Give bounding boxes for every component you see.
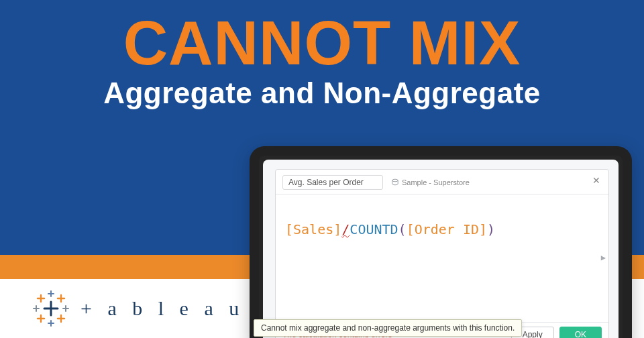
expand-caret-icon[interactable]: ▶: [601, 253, 606, 262]
tableau-logo: + a b l e a u: [32, 290, 244, 327]
formula-paren-close: ): [487, 221, 495, 237]
formula-operator-divide: /: [341, 221, 350, 237]
error-tooltip: Cannot mix aggregate and non-aggregate a…: [254, 319, 522, 337]
datasource-name: Sample - Superstore: [402, 178, 470, 186]
close-icon[interactable]: ✕: [591, 175, 602, 186]
headline-subtitle: Aggregate and Non-Aggregate: [0, 76, 644, 110]
calculation-name-input[interactable]: Avg. Sales per Order: [282, 175, 383, 190]
stage: CANNOT MIX Aggregate and Non-Aggregate A…: [0, 0, 644, 338]
tableau-wordmark: + a b l e a u: [80, 297, 244, 320]
formula-function-countd: COUNTD: [350, 221, 398, 237]
svg-point-0: [392, 179, 398, 182]
formula-field-orderid: [Order ID]: [407, 221, 487, 237]
formula-editor[interactable]: [Sales]/COUNTD([Order ID]) ▶: [276, 194, 608, 322]
calculation-editor-dialog: Avg. Sales per Order Sample - Superstore…: [275, 169, 609, 338]
tableau-mark-icon: [32, 290, 70, 327]
formula-paren-open: (: [398, 221, 407, 237]
datasource-chip[interactable]: Sample - Superstore: [390, 177, 471, 188]
headline-title: CANNOT MIX: [0, 12, 644, 74]
formula-field-sales: [Sales]: [285, 221, 341, 237]
laptop-screen: Avg. Sales per Order Sample - Superstore…: [263, 160, 619, 338]
ok-button[interactable]: OK: [559, 327, 602, 338]
headline-block: CANNOT MIX Aggregate and Non-Aggregate: [0, 12, 644, 110]
datasource-icon: [391, 178, 399, 186]
dialog-header: Avg. Sales per Order Sample - Superstore…: [276, 170, 608, 194]
laptop-frame: Avg. Sales per Order Sample - Superstore…: [250, 146, 632, 338]
